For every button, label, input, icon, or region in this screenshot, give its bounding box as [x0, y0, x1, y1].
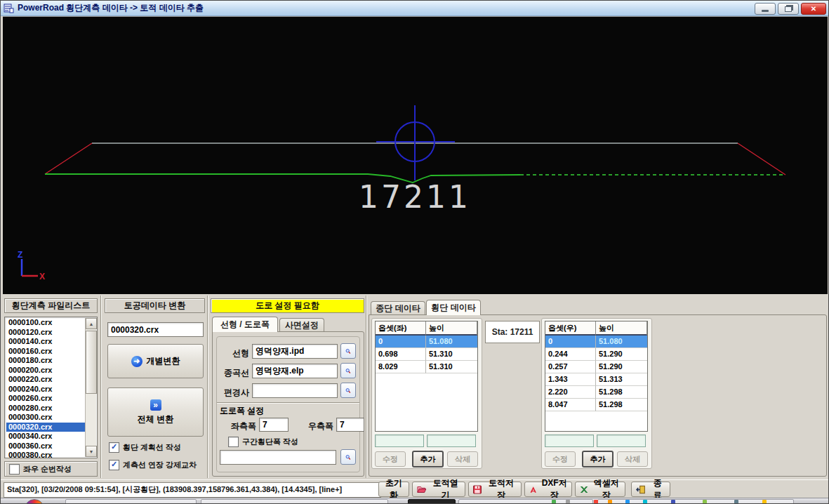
right-width-input[interactable] [336, 418, 364, 432]
vertical-curve-browse-button[interactable] [340, 363, 356, 378]
tray-icon[interactable] [734, 500, 738, 504]
save-earthwork-button[interactable]: 토적저장 [468, 482, 522, 497]
section-width-checkbox-row[interactable]: 구간횡단폭 작성 [228, 437, 298, 447]
column-header[interactable]: 높이 [596, 321, 647, 336]
restore-button[interactable] [778, 3, 799, 15]
tray-icon[interactable] [594, 500, 598, 504]
table-row[interactable]: 0.24451.290 [545, 348, 647, 361]
file-list[interactable]: 0000100.crx0000120.crx0000140.crx0000160… [4, 317, 98, 458]
scroll-up-icon[interactable]: ▲ [86, 318, 97, 329]
table-row[interactable]: 0.69851.310 [376, 348, 477, 361]
scroll-down-icon[interactable]: ▼ [86, 446, 97, 457]
taskbar-button[interactable] [65, 499, 197, 504]
dxf-save-button[interactable]: DXF저장 [524, 482, 572, 497]
tray-icon[interactable] [703, 500, 707, 504]
left-offset-edit-input[interactable] [375, 435, 424, 447]
cad-viewport[interactable]: 17211 Z X [3, 16, 828, 294]
panel-separator [207, 296, 208, 478]
taskbar-button[interactable] [458, 499, 593, 504]
tab-slope-setting[interactable]: 사면설정 [279, 318, 324, 332]
alignment-input[interactable] [252, 344, 338, 359]
column-header[interactable]: 높이 [426, 321, 477, 336]
red-floppy-disk-icon [473, 485, 482, 494]
init-button[interactable]: 초기화 [378, 482, 409, 497]
right-delete-button[interactable]: 삭제 [617, 451, 648, 467]
lr-order-checkbox[interactable] [9, 464, 20, 475]
section-width-file-input[interactable] [220, 450, 336, 465]
tray-icon[interactable] [552, 500, 556, 504]
left-table[interactable]: 옵셋(좌)높이051.0800.69851.3108.02951.310 [375, 321, 478, 432]
column-header[interactable]: 옵셋(좌) [376, 321, 426, 336]
excel-save-button[interactable]: 엑셀저장 [575, 482, 625, 497]
file-list-item[interactable]: 0000240.crx [6, 385, 86, 394]
superelevation-browse-button[interactable] [340, 383, 356, 398]
superelevation-input[interactable] [252, 383, 338, 398]
file-list-item[interactable]: 0000120.crx [6, 328, 86, 338]
left-delete-button[interactable]: 삭제 [447, 451, 478, 467]
taskbar-button-active[interactable] [408, 499, 456, 504]
table-row[interactable]: 051.080 [545, 336, 647, 348]
tab-cross-section-data[interactable]: 횡단 데이타 [426, 300, 481, 315]
plan-line-checkbox-row[interactable]: 횡단 계획선 작성 [109, 442, 181, 453]
right-modify-button[interactable]: 수정 [545, 451, 576, 467]
current-file-input[interactable] [107, 322, 204, 337]
lr-order-checkbox-row[interactable]: 좌우 순번작성 [9, 464, 72, 475]
file-list-item[interactable]: 0000100.crx [6, 318, 86, 328]
table-row[interactable]: 8.04751.298 [545, 399, 647, 411]
table-row[interactable]: 0.25751.290 [545, 361, 647, 373]
force-cross-checkbox-row[interactable]: 계측선 연장 강제교차 [109, 460, 197, 470]
taskbar-button[interactable] [201, 499, 388, 504]
column-header[interactable]: 옵셋(우) [545, 321, 596, 336]
left-modify-button[interactable]: 수정 [375, 451, 406, 467]
close-button[interactable]: ✕ [801, 3, 826, 15]
file-list-item[interactable]: 0000220.crx [6, 375, 86, 385]
status-bar: Sta[320], [03/20/2008 09:51:54], [시공횡단],… [1, 479, 829, 498]
file-list-item[interactable]: 0000160.crx [6, 347, 86, 357]
tab-alignment-roadwidth[interactable]: 선형 / 도로폭 [212, 317, 278, 332]
start-button[interactable] [25, 499, 44, 504]
file-list-item[interactable]: 0000380.crx [6, 451, 86, 458]
file-list-item[interactable]: 0000180.crx [6, 356, 86, 366]
minimize-button[interactable] [755, 3, 776, 15]
vertical-curve-input[interactable] [252, 364, 338, 378]
convert-single-button[interactable]: ➜ 개별변환 [107, 344, 204, 378]
file-list-item[interactable]: 0000140.crx [6, 337, 86, 347]
left-height-edit-input[interactable] [427, 435, 476, 447]
table-row[interactable]: 2.22051.298 [545, 386, 647, 399]
tab-longitudinal-data[interactable]: 종단 데이타 [371, 301, 425, 315]
left-width-input[interactable] [259, 418, 289, 432]
tray-icon[interactable] [671, 500, 675, 504]
tray-icon[interactable] [643, 500, 647, 504]
file-list-item[interactable]: 0000300.crx [6, 413, 86, 423]
file-list-item[interactable]: 0000340.crx [6, 432, 86, 442]
scrollbar-thumb[interactable] [86, 331, 97, 394]
tray-icon[interactable] [762, 500, 767, 504]
file-list-item[interactable]: 0000320.crx [6, 423, 86, 432]
file-list-scrollbar[interactable]: ▲ ▼ [85, 318, 96, 457]
table-row[interactable]: 8.02951.310 [376, 361, 477, 373]
table-row[interactable]: 051.080 [376, 336, 477, 348]
plan-line-checkbox[interactable] [109, 442, 119, 453]
section-width-browse-button[interactable] [340, 449, 356, 465]
right-offset-edit-input[interactable] [545, 435, 594, 447]
file-list-item[interactable]: 0000280.crx [6, 404, 86, 413]
section-width-checkbox[interactable] [228, 437, 239, 447]
tray-icon[interactable] [566, 500, 570, 504]
file-list-item[interactable]: 0000360.crx [6, 442, 86, 451]
right-add-button[interactable]: 추가 [582, 451, 614, 467]
alignment-browse-button[interactable] [340, 343, 356, 359]
file-list-item[interactable]: 0000200.crx [6, 366, 86, 376]
title-bar[interactable]: PowerRoad 횡단계측 데이타 -> 토적 데이타 추출 ✕ [1, 1, 829, 16]
convert-all-button[interactable]: » 전체 변환 [107, 387, 204, 437]
tray-icon[interactable] [625, 500, 630, 504]
offset-cell: 0.244 [545, 348, 596, 361]
file-list-item[interactable]: 0000260.crx [6, 394, 86, 404]
right-height-edit-input[interactable] [597, 435, 646, 447]
right-table[interactable]: 옵셋(우)높이051.0800.24451.2900.25751.2901.34… [545, 321, 648, 432]
tray-icon[interactable] [608, 500, 612, 504]
exit-button[interactable]: 종료 [631, 482, 670, 497]
open-earthwork-button[interactable]: 토적열기 [412, 482, 465, 497]
left-add-button[interactable]: 추가 [412, 451, 444, 467]
table-row[interactable]: 1.34351.313 [545, 373, 647, 386]
force-cross-checkbox[interactable] [109, 460, 119, 470]
